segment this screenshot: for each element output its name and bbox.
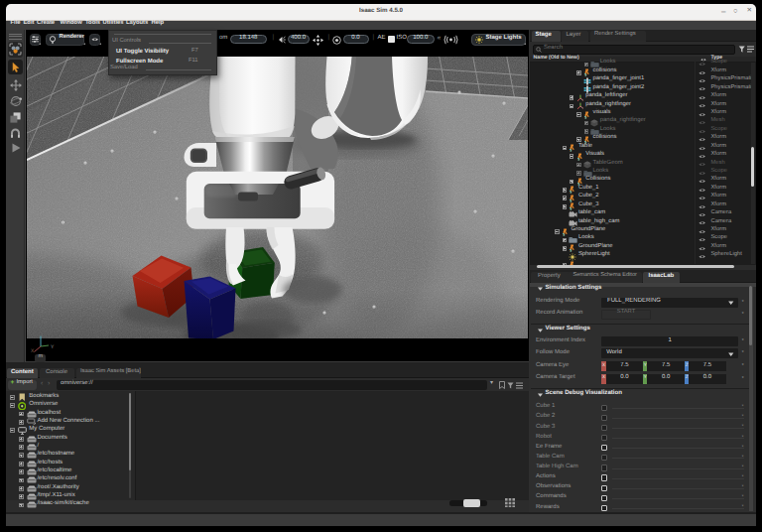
svg-text:Y: Y: [51, 344, 55, 350]
